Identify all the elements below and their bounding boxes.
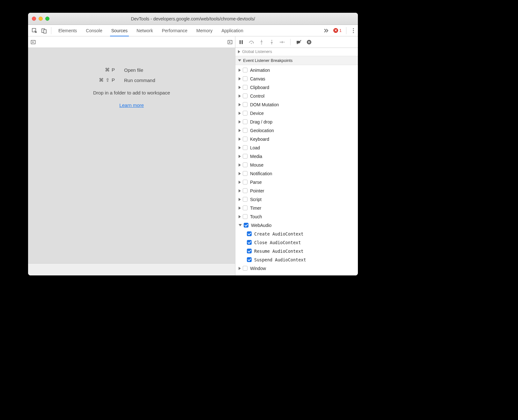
svg-point-13 <box>284 41 285 42</box>
event-checkbox[interactable] <box>247 240 252 245</box>
category-checkbox[interactable] <box>243 154 248 159</box>
category-device[interactable]: Device <box>235 109 358 117</box>
tab-sources[interactable]: Sources <box>107 25 132 36</box>
category-label: Device <box>250 111 264 116</box>
traffic-lights <box>32 17 49 21</box>
category-checkbox[interactable] <box>243 128 248 133</box>
tab-elements[interactable]: Elements <box>54 25 81 36</box>
error-count: 1 <box>339 28 342 33</box>
category-drag-drop[interactable]: Drag / drop <box>235 117 358 126</box>
event-resume-audiocontext[interactable]: Resume AudioContext <box>235 247 358 255</box>
category-parse[interactable]: Parse <box>235 178 358 186</box>
category-label: DOM Mutation <box>250 102 279 107</box>
pause-icon[interactable] <box>238 39 244 45</box>
category-label: Clipboard <box>250 85 269 90</box>
more-tabs-icon[interactable] <box>322 26 331 35</box>
category-pointer[interactable]: Pointer <box>235 186 358 195</box>
category-checkbox[interactable] <box>243 180 248 184</box>
event-checkbox[interactable] <box>247 231 252 236</box>
category-touch[interactable]: Touch <box>235 212 358 221</box>
device-toggle-icon[interactable] <box>40 26 48 35</box>
category-clipboard[interactable]: Clipboard <box>235 83 358 92</box>
tab-console[interactable]: Console <box>81 25 107 36</box>
category-canvas[interactable]: Canvas <box>235 74 358 83</box>
category-keyboard[interactable]: Keyboard <box>235 135 358 143</box>
debugger-toggle-icon[interactable] <box>227 40 233 45</box>
category-label: Script <box>250 197 262 202</box>
shortcut-open-file: ⌘ P Open file <box>85 67 178 73</box>
close-window-button[interactable] <box>32 17 36 21</box>
category-checkbox[interactable] <box>243 162 248 167</box>
category-checkbox[interactable] <box>243 188 248 193</box>
error-badge[interactable]: ✕ 1 <box>333 28 342 33</box>
category-label: Control <box>250 94 264 99</box>
category-webaudio[interactable]: WebAudio <box>235 221 358 229</box>
zoom-window-button[interactable] <box>45 17 49 21</box>
category-checkbox[interactable] <box>244 223 248 228</box>
step-into-icon[interactable] <box>258 39 265 45</box>
category-notification[interactable]: Notification <box>235 169 358 178</box>
event-suspend-audiocontext[interactable]: Suspend AudioContext <box>235 255 358 264</box>
category-checkbox[interactable] <box>243 197 248 202</box>
category-dom-mutation[interactable]: DOM Mutation <box>235 100 358 109</box>
category-checkbox[interactable] <box>243 206 248 210</box>
category-checkbox[interactable] <box>243 119 248 124</box>
category-checkbox[interactable] <box>243 85 248 90</box>
step-over-icon[interactable] <box>248 39 255 45</box>
tab-network[interactable]: Network <box>132 25 157 36</box>
shortcut-label: Run command <box>124 78 178 83</box>
category-script[interactable]: Script <box>235 195 358 204</box>
tab-memory[interactable]: Memory <box>192 25 217 36</box>
inspect-icon[interactable] <box>30 26 39 35</box>
step-icon[interactable] <box>279 39 285 45</box>
category-geolocation[interactable]: Geolocation <box>235 126 358 135</box>
navigator-toggle-icon[interactable] <box>31 40 36 45</box>
debugger-panel: Global Listeners Event Listener Breakpoi… <box>235 36 358 275</box>
chevron-right-icon <box>239 112 241 115</box>
category-checkbox[interactable] <box>243 214 248 219</box>
svg-point-3 <box>353 28 354 29</box>
section-event-listener-breakpoints[interactable]: Event Listener Breakpoints <box>235 56 358 65</box>
minimize-window-button[interactable] <box>39 17 43 21</box>
category-checkbox[interactable] <box>243 76 248 81</box>
tab-performance[interactable]: Performance <box>157 25 192 36</box>
chevron-right-icon <box>239 138 241 141</box>
category-checkbox[interactable] <box>243 68 248 72</box>
svg-point-12 <box>271 40 272 41</box>
sources-empty-state: ⌘ P Open file ⌘ ⇧ P Run command Drop in … <box>28 48 235 263</box>
tab-application[interactable]: Application <box>217 25 248 36</box>
category-checkbox[interactable] <box>243 111 248 116</box>
category-checkbox[interactable] <box>243 171 248 176</box>
category-mouse[interactable]: Mouse <box>235 161 358 169</box>
event-close-audiocontext[interactable]: Close AudioContext <box>235 238 358 247</box>
category-animation[interactable]: Animation <box>235 66 358 74</box>
event-checkbox[interactable] <box>247 249 252 253</box>
sources-left-panel: ⌘ P Open file ⌘ ⇧ P Run command Drop in … <box>28 36 235 275</box>
event-checkbox[interactable] <box>247 257 252 262</box>
section-global-listeners[interactable]: Global Listeners <box>235 48 358 56</box>
category-checkbox[interactable] <box>243 137 248 141</box>
step-out-icon[interactable] <box>269 39 275 45</box>
learn-more-link[interactable]: Learn more <box>119 102 144 108</box>
shortcut-run-command: ⌘ ⇧ P Run command <box>85 77 178 83</box>
category-checkbox[interactable] <box>243 94 248 98</box>
category-window[interactable]: Window <box>235 264 358 273</box>
category-timer[interactable]: Timer <box>235 204 358 212</box>
category-label: WebAudio <box>251 223 271 228</box>
category-label: Keyboard <box>250 137 269 142</box>
kebab-menu-icon[interactable] <box>351 28 356 33</box>
content-row: ⌘ P Open file ⌘ ⇧ P Run command Drop in … <box>28 36 358 275</box>
category-checkbox[interactable] <box>243 145 248 150</box>
titlebar: DevTools - developers.google.com/web/too… <box>28 13 358 25</box>
chevron-right-icon <box>239 189 241 192</box>
pause-on-exceptions-icon[interactable] <box>306 39 312 45</box>
debugger-divider <box>290 39 291 45</box>
deactivate-breakpoints-icon[interactable] <box>296 39 302 45</box>
category-checkbox[interactable] <box>243 266 248 271</box>
category-media[interactable]: Media <box>235 152 358 161</box>
category-load[interactable]: Load <box>235 143 358 152</box>
sources-footer <box>28 263 235 275</box>
category-control[interactable]: Control <box>235 92 358 100</box>
event-create-audiocontext[interactable]: Create AudioContext <box>235 229 358 238</box>
category-checkbox[interactable] <box>243 102 248 107</box>
